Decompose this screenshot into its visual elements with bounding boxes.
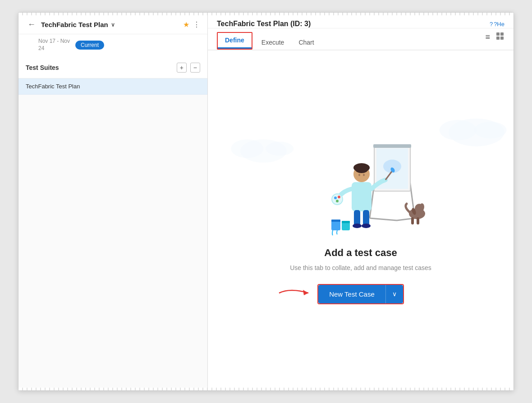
svg-point-31 bbox=[334, 197, 337, 199]
chevron-down-icon: ∨ bbox=[111, 22, 115, 28]
illustration bbox=[289, 137, 433, 236]
add-suite-button[interactable]: + bbox=[177, 63, 187, 73]
svg-line-12 bbox=[370, 218, 397, 220]
svg-rect-3 bbox=[500, 37, 504, 40]
header-actions: ≡ bbox=[485, 32, 504, 46]
add-icon: + bbox=[180, 64, 183, 71]
svg-rect-43 bbox=[342, 221, 350, 223]
current-badge: Current bbox=[75, 41, 104, 50]
arrow-indicator bbox=[277, 285, 317, 302]
main-title: TechFabric Test Plan (ID: 3) bbox=[217, 20, 486, 28]
new-test-case-button[interactable]: New Test Case bbox=[318, 285, 385, 303]
plan-title: TechFabric Test Plan ∨ bbox=[41, 21, 179, 28]
svg-point-33 bbox=[336, 200, 339, 202]
new-test-case-dropdown-button[interactable]: ∨ bbox=[385, 285, 403, 303]
svg-point-6 bbox=[474, 122, 507, 138]
svg-rect-0 bbox=[496, 32, 500, 36]
main-header: TechFabric Test Plan (ID: 3) ??He bbox=[208, 13, 514, 28]
test-suites-title: Test Suites bbox=[26, 64, 173, 71]
help-link[interactable]: ??He bbox=[490, 21, 504, 27]
svg-point-30 bbox=[332, 194, 343, 205]
svg-marker-44 bbox=[303, 290, 308, 295]
back-button[interactable]: ← bbox=[26, 19, 37, 30]
more-options-icon[interactable]: ⋮ bbox=[193, 20, 200, 29]
svg-point-38 bbox=[353, 224, 362, 228]
svg-rect-41 bbox=[331, 220, 340, 222]
suite-item-label: TechFabric Test Plan bbox=[26, 83, 80, 90]
add-test-case-subtitle: Use this tab to collate, add and manage … bbox=[290, 264, 431, 271]
svg-point-8 bbox=[231, 139, 263, 158]
new-test-case-btn-box: New Test Case ∨ bbox=[317, 284, 404, 304]
help-icon: ? bbox=[490, 21, 493, 27]
svg-rect-1 bbox=[500, 32, 504, 36]
svg-rect-2 bbox=[496, 37, 500, 40]
svg-point-7 bbox=[240, 139, 287, 162]
tab-define-wrapper: Define bbox=[217, 32, 252, 50]
layout-icon[interactable] bbox=[495, 32, 504, 43]
svg-point-39 bbox=[362, 224, 371, 228]
tab-chart[interactable]: Chart bbox=[291, 35, 321, 50]
collapse-suite-button[interactable]: − bbox=[190, 63, 200, 73]
svg-point-20 bbox=[420, 203, 424, 211]
tab-execute[interactable]: Execute bbox=[254, 35, 292, 50]
sidebar-body bbox=[18, 95, 207, 390]
svg-rect-17 bbox=[373, 144, 411, 148]
tab-define[interactable]: Define bbox=[218, 33, 252, 49]
new-test-case-container: New Test Case ∨ bbox=[317, 284, 404, 304]
test-suites-header: Test Suites + − bbox=[18, 57, 207, 78]
sidebar-header: ← TechFabric Test Plan ∨ ★ ⋮ bbox=[18, 13, 207, 34]
new-test-case-label: New Test Case bbox=[329, 290, 375, 298]
sidebar: ← TechFabric Test Plan ∨ ★ ⋮ Nov 17 - No… bbox=[18, 13, 208, 390]
date-range: Nov 17 - Nov 24 bbox=[38, 38, 70, 52]
sidebar-meta: Nov 17 - Nov 24 Current bbox=[18, 34, 207, 57]
svg-point-4 bbox=[449, 119, 504, 147]
back-icon: ← bbox=[28, 20, 36, 29]
star-icon[interactable]: ★ bbox=[183, 20, 189, 29]
svg-point-32 bbox=[338, 196, 340, 198]
minus-icon: − bbox=[193, 64, 197, 71]
main-panel: TechFabric Test Plan (ID: 3) ??He Define… bbox=[208, 13, 514, 390]
svg-point-5 bbox=[440, 120, 477, 140]
main-content: Add a test case Use this tab to collate,… bbox=[208, 50, 514, 390]
suite-item[interactable]: TechFabric Test Plan bbox=[18, 78, 207, 95]
svg-rect-36 bbox=[354, 210, 360, 226]
svg-point-27 bbox=[355, 166, 368, 173]
svg-point-28 bbox=[358, 174, 360, 176]
svg-rect-24 bbox=[352, 182, 371, 211]
dropdown-chevron-icon: ∨ bbox=[392, 290, 397, 298]
svg-rect-37 bbox=[363, 210, 369, 226]
plan-title-text: TechFabric Test Plan bbox=[41, 21, 108, 28]
svg-rect-40 bbox=[331, 220, 340, 230]
svg-rect-23 bbox=[417, 217, 419, 224]
svg-point-29 bbox=[363, 174, 365, 176]
svg-rect-22 bbox=[411, 217, 414, 224]
add-test-case-title: Add a test case bbox=[324, 247, 397, 259]
menu-icon[interactable]: ≡ bbox=[485, 32, 490, 42]
